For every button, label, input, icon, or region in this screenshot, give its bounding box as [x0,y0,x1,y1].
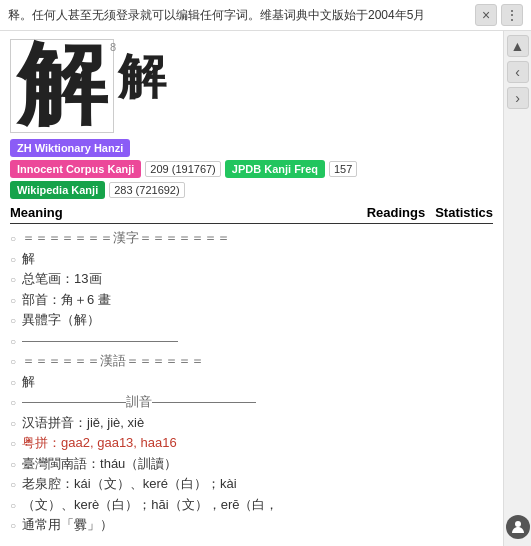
wikipedia-value: 283 (721692) [109,182,184,198]
list-item: ○ ＝＝＝＝＝＝＝漢字＝＝＝＝＝＝＝ [10,228,493,248]
readings-header: Readings [367,205,426,220]
list-item: ○ 部首：角＋6 畫 [10,290,493,310]
list-item: ○ ———————————— [10,331,493,351]
list-item: ○ 通常用「釁」） [10,515,493,535]
bullet-icon: ○ [10,310,16,328]
column-headers: Meaning Readings Statistics [10,205,493,224]
item-text: ＝＝＝＝＝＝漢語＝＝＝＝＝＝ [22,351,493,371]
list-item: ○ ＝＝＝＝＝＝漢語＝＝＝＝＝＝ [10,351,493,371]
avatar[interactable] [506,515,530,539]
item-text: （文）、kerè（白）；hāi（文），erē（白， [22,495,493,515]
list-item: ○ 汉语拼音：jiě, jiè, xiè [10,413,493,433]
item-text: 解 [22,249,493,269]
right-sidebar: ▲ ‹ › [503,31,531,546]
more-options-button[interactable]: ⋮ [501,4,523,26]
close-button[interactable]: × [475,4,497,26]
bullet-icon: ○ [10,474,16,492]
content-list: ○ ＝＝＝＝＝＝＝漢字＝＝＝＝＝＝＝ ○ 解 ○ 总笔画：13画 ○ 部首：角＋… [10,228,493,535]
badge-row-3: Wikipedia Kanji 283 (721692) [10,181,493,199]
item-text: ————————訓音———————— [22,392,493,412]
list-item: ○ ————————訓音———————— [10,392,493,412]
badge-row-1: ZH Wiktionary Hanzi [10,139,493,157]
bullet-icon: ○ [10,495,16,513]
list-item: ○ 总笔画：13画 [10,269,493,289]
list-item: ○ 粤拼：gaa2, gaa13, haa16 [10,433,493,453]
item-text: 总笔画：13画 [22,269,493,289]
innocent-corpus-badge[interactable]: Innocent Corpus Kanji [10,160,141,178]
kanji-display: 解 8 解 [10,39,493,133]
content-area[interactable]: 解 8 解 ZH Wiktionary Hanzi Innocent Corpu… [0,31,503,546]
statistics-header: Statistics [435,205,493,220]
jpdb-freq-badge[interactable]: JPDB Kanji Freq [225,160,325,178]
kanji-main-char: 解 [10,39,114,133]
nav-back-button[interactable]: ‹ [507,61,529,83]
zh-wiktionary-badge[interactable]: ZH Wiktionary Hanzi [10,139,130,157]
badge-row-2: Innocent Corpus Kanji 209 (191767) JPDB … [10,160,493,178]
jpdb-freq-value: 157 [329,161,357,177]
bullet-icon: ○ [10,413,16,431]
list-item: ○ 異體字（解） [10,310,493,330]
list-item: ○ （文）、kerè（白）；hāi（文），erē（白， [10,495,493,515]
bullet-icon: ○ [10,331,16,349]
item-text: 老泉腔：kái（文）、keré（白）；kài [22,474,493,494]
kanji-sub-char: 解 [118,39,166,101]
list-item: ○ 臺灣閩南語：tháu（訓讀） [10,454,493,474]
item-text: 解 [22,372,493,392]
wikipedia-badge[interactable]: Wikipedia Kanji [10,181,105,199]
badges-section: ZH Wiktionary Hanzi Innocent Corpus Kanj… [10,139,493,199]
banner-text: 释。任何人甚至无须登录就可以编辑任何字词。维基词典中文版始于2004年5月 [8,7,467,24]
scroll-up-button[interactable]: ▲ [507,35,529,57]
item-text: 通常用「釁」） [22,515,493,535]
item-text: 異體字（解） [22,310,493,330]
item-text: 臺灣閩南語：tháu（訓讀） [22,454,493,474]
list-item: ○ 老泉腔：kái（文）、keré（白）；kài [10,474,493,494]
bullet-icon: ○ [10,290,16,308]
top-banner: 释。任何人甚至无须登录就可以编辑任何字词。维基词典中文版始于2004年5月 × … [0,0,531,31]
main-container: 解 8 解 ZH Wiktionary Hanzi Innocent Corpu… [0,31,531,546]
item-text: 部首：角＋6 畫 [22,290,493,310]
bullet-icon: ○ [10,515,16,533]
nav-forward-button[interactable]: › [507,87,529,109]
list-item: ○ 解 [10,372,493,392]
meaning-header: Meaning [10,205,367,220]
bullet-icon: ○ [10,269,16,287]
bullet-icon: ○ [10,228,16,246]
svg-point-0 [515,521,521,527]
bullet-icon: ○ [10,454,16,472]
item-text: 粤拼：gaa2, gaa13, haa16 [22,433,493,453]
bullet-icon: ○ [10,433,16,451]
item-text: ＝＝＝＝＝＝＝漢字＝＝＝＝＝＝＝ [22,228,493,248]
list-item: ○ 解 [10,249,493,269]
bullet-icon: ○ [10,249,16,267]
bullet-icon: ○ [10,392,16,410]
innocent-corpus-value: 209 (191767) [145,161,220,177]
bullet-icon: ○ [10,351,16,369]
item-text: 汉语拼音：jiě, jiè, xiè [22,413,493,433]
kanji-annotation: 8 [110,41,116,53]
bullet-icon: ○ [10,372,16,390]
item-text: ———————————— [22,331,493,351]
